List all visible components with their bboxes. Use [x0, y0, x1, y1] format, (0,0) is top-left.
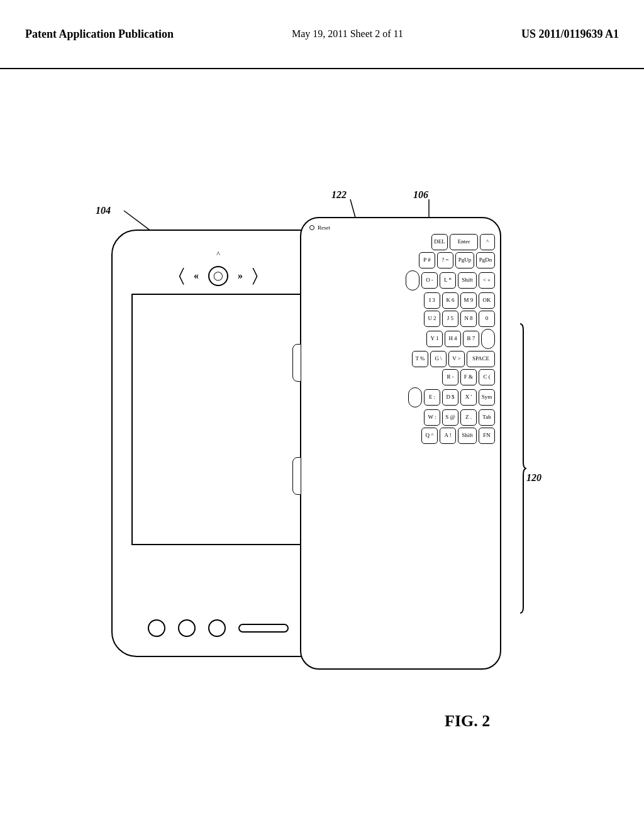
circle-button-1[interactable] [148, 619, 165, 637]
phone-body: ^ 〈 « ◯ » 〉 ⌄ [111, 230, 325, 657]
left-nav-icon: « [194, 270, 199, 282]
key-f-amp[interactable]: F & [460, 369, 477, 385]
key-lt-plus[interactable]: < + [479, 272, 495, 289]
kb-row-4: U 2 J 5 N 8 0 [306, 311, 495, 327]
key-u2[interactable]: U 2 [424, 311, 440, 327]
key-p-hash[interactable]: P # [419, 252, 435, 268]
key-q-caret[interactable]: Q ^ [421, 428, 438, 444]
key-m9[interactable]: M 9 [460, 292, 477, 309]
key-oval-right[interactable] [481, 329, 495, 349]
reset-label: Reset [318, 224, 330, 231]
kb-row-6: T % G \ V > SPACE [306, 351, 495, 367]
key-r-minus[interactable]: R - [442, 369, 458, 385]
svg-text:104: 104 [96, 205, 111, 216]
key-z-dot[interactable]: Z . [460, 409, 477, 426]
key-w-colon[interactable]: W : [424, 409, 440, 426]
main-content: 104 122 106 120 FIG. 2 ^ 〈 « [0, 69, 644, 830]
circle-button-2[interactable] [178, 619, 196, 637]
reset-dot [309, 225, 314, 230]
key-pgup[interactable]: PgUp [455, 252, 474, 268]
key-0[interactable]: 0 [479, 311, 495, 327]
svg-text:FIG. 2: FIG. 2 [445, 712, 490, 730]
device-illustration: 104 122 106 120 FIG. 2 ^ 〈 « [86, 179, 558, 745]
key-ok[interactable]: OK [479, 292, 495, 309]
phone-screen [131, 294, 308, 545]
right-nav-icon: » [238, 270, 243, 282]
keyboard-section: Reset DEL Enter ^ P # ? = PgUp PgDn [300, 217, 501, 670]
key-del[interactable]: DEL [431, 234, 448, 250]
up-arrow-icon: ^ [216, 250, 220, 259]
key-t-pct[interactable]: T % [412, 351, 428, 367]
key-fn[interactable]: FN [479, 428, 495, 444]
kb-row-8: E : D $ X ' Sym [306, 387, 495, 407]
right-bracket-icon: 〉 [252, 265, 258, 286]
keyboard-rows: DEL Enter ^ P # ? = PgUp PgDn O - L * Sh… [306, 234, 495, 444]
center-nav-icon: ◯ [213, 270, 223, 281]
key-k6[interactable]: K 6 [442, 292, 458, 309]
key-c-paren[interactable]: C ( [479, 369, 495, 385]
publication-label: Patent Application Publication [25, 28, 174, 41]
key-a-excl[interactable]: A ! [440, 428, 456, 444]
kb-row-9: W : S @ Z . Tab [306, 409, 495, 426]
key-pgdn[interactable]: PgDn [476, 252, 495, 268]
kb-row-7: R - F & C ( [306, 369, 495, 385]
key-oval-left-2[interactable] [408, 387, 422, 407]
nav-row: 〈 « ◯ » 〉 [179, 265, 258, 286]
patent-number: US 2011/0119639 A1 [521, 28, 619, 41]
key-b7[interactable]: B 7 [463, 331, 479, 347]
key-d-dollar[interactable]: D $ [442, 389, 458, 406]
phone-bottom-controls [113, 619, 324, 637]
left-bracket-icon: 〈 [179, 265, 184, 286]
circle-button-3[interactable] [208, 619, 226, 637]
key-s-at[interactable]: S @ [442, 409, 458, 426]
key-sym[interactable]: Sym [479, 389, 495, 406]
kb-row-2: O - L * Shift < + [306, 270, 495, 290]
kb-row-5: Y 1 H 4 B 7 [306, 329, 495, 349]
key-q-eq[interactable]: ? = [437, 252, 453, 268]
key-space[interactable]: SPACE [467, 351, 495, 367]
key-v-gt[interactable]: V > [448, 351, 465, 367]
key-y1[interactable]: Y 1 [426, 331, 443, 347]
svg-text:106: 106 [413, 189, 428, 200]
key-i3[interactable]: I 3 [424, 292, 440, 309]
key-oval-left[interactable] [406, 270, 419, 290]
reset-area: Reset [306, 224, 495, 231]
sheet-info: May 19, 2011 Sheet 2 of 11 [292, 28, 403, 40]
kb-row-0: DEL Enter ^ [306, 234, 495, 250]
key-enter[interactable]: Enter [450, 234, 478, 250]
key-e-colon[interactable]: E : [424, 389, 440, 406]
svg-text:122: 122 [331, 189, 347, 200]
key-caret[interactable]: ^ [480, 234, 495, 250]
center-nav-button[interactable]: ◯ [208, 266, 228, 286]
key-n8[interactable]: N 8 [460, 311, 477, 327]
key-x-apos[interactable]: X ' [460, 389, 477, 406]
kb-row-1: P # ? = PgUp PgDn [306, 252, 495, 268]
key-g-bs[interactable]: G \ [430, 351, 447, 367]
key-shift-1[interactable]: Shift [458, 272, 477, 289]
oval-button[interactable] [238, 624, 289, 633]
side-scroll-button-1[interactable] [292, 344, 301, 382]
key-o-minus[interactable]: O - [421, 272, 438, 289]
key-h4[interactable]: H 4 [445, 331, 461, 347]
kb-row-3: I 3 K 6 M 9 OK [306, 292, 495, 309]
key-l-star[interactable]: L * [440, 272, 456, 289]
kb-row-10: Q ^ A ! Shift FN [306, 428, 495, 444]
key-shift-2[interactable]: Shift [458, 428, 477, 444]
side-scroll-button-2[interactable] [292, 457, 301, 495]
key-tab[interactable]: Tab [479, 409, 495, 426]
key-j5[interactable]: J 5 [442, 311, 458, 327]
svg-text:120: 120 [526, 472, 541, 483]
page-header: Patent Application Publication May 19, 2… [0, 0, 644, 69]
